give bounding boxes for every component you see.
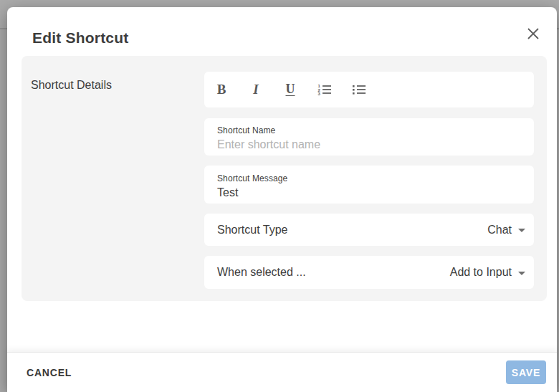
bold-icon: B xyxy=(217,82,226,97)
chevron-down-icon xyxy=(518,272,525,275)
when-selected-value: Add to Input xyxy=(450,266,512,279)
bullet-list-icon xyxy=(351,82,367,97)
shortcut-details-panel: Shortcut Details B I U xyxy=(22,56,547,301)
cancel-button[interactable]: CANCEL xyxy=(27,363,79,383)
italic-button[interactable]: I xyxy=(247,81,264,98)
shortcut-message-label: Shortcut Message xyxy=(217,173,521,183)
dialog-title: Edit Shortcut xyxy=(32,29,128,47)
richtext-toolbar: B I U xyxy=(204,72,534,107)
shortcut-type-label: Shortcut Type xyxy=(217,224,287,236)
when-selected-select[interactable]: When selected ... Add to Input xyxy=(204,256,534,289)
dialog-footer: CANCEL SAVE xyxy=(7,352,557,392)
ordered-list-icon: 1 2 3 xyxy=(317,82,333,97)
shortcut-type-value: Chat xyxy=(487,224,512,236)
bold-button[interactable]: B xyxy=(213,81,230,98)
shortcut-name-input[interactable] xyxy=(217,138,521,151)
edit-shortcut-dialog: Edit Shortcut Shortcut Details B I U xyxy=(7,7,557,392)
shortcut-name-field: Shortcut Name xyxy=(204,118,534,156)
shortcut-message-field: Shortcut Message xyxy=(204,166,534,204)
close-button[interactable] xyxy=(525,26,541,42)
underline-button[interactable]: U xyxy=(282,81,299,98)
close-icon xyxy=(527,27,540,40)
italic-icon: I xyxy=(253,82,258,97)
save-button[interactable]: SAVE xyxy=(506,360,546,384)
shortcut-message-input[interactable] xyxy=(217,186,521,199)
shortcut-type-value-wrap: Chat xyxy=(487,224,525,236)
chevron-down-icon xyxy=(518,229,525,232)
svg-text:3: 3 xyxy=(318,92,321,96)
when-selected-label: When selected ... xyxy=(217,266,306,279)
underline-icon: U xyxy=(286,82,295,97)
bullet-list-button[interactable] xyxy=(350,81,368,98)
shortcut-name-label: Shortcut Name xyxy=(217,125,521,135)
when-selected-value-wrap: Add to Input xyxy=(450,266,525,279)
fields-column: B I U xyxy=(204,72,534,289)
ordered-list-button[interactable]: 1 2 3 xyxy=(316,81,333,98)
section-label: Shortcut Details xyxy=(31,79,112,92)
shortcut-type-select[interactable]: Shortcut Type Chat xyxy=(204,214,534,247)
